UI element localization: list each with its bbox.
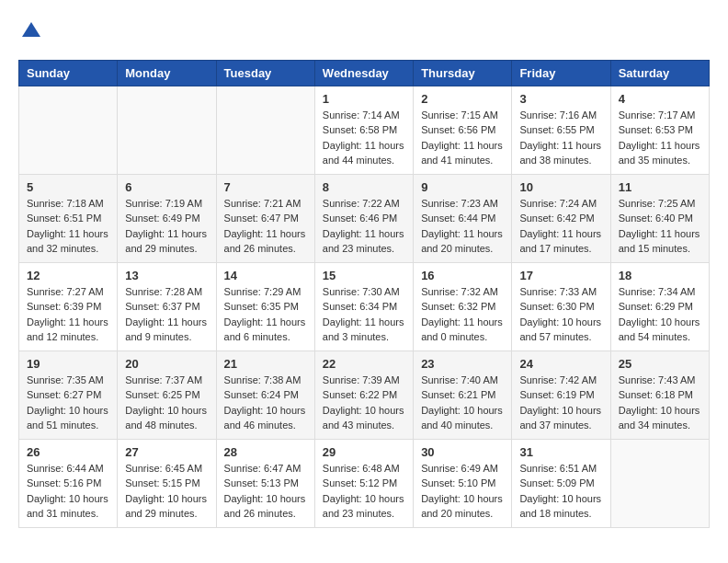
calendar-day-cell: 4Sunrise: 7:17 AMSunset: 6:53 PMDaylight…	[610, 86, 709, 174]
calendar-day-cell: 30Sunrise: 6:49 AMSunset: 5:10 PMDayligh…	[414, 439, 512, 527]
daylight-text: Daylight: 10 hours and 43 minutes.	[323, 405, 404, 431]
calendar-day-cell: 13Sunrise: 7:28 AMSunset: 6:37 PMDayligh…	[118, 262, 216, 350]
day-number: 18	[619, 269, 701, 282]
page-header	[18, 18, 710, 45]
day-number: 12	[27, 269, 109, 282]
calendar-day-cell: 1Sunrise: 7:14 AMSunset: 6:58 PMDaylight…	[314, 86, 413, 174]
daylight-text: Daylight: 10 hours and 31 minutes.	[27, 493, 108, 520]
day-info: Sunrise: 7:33 AMSunset: 6:30 PMDaylight:…	[519, 284, 602, 345]
sunset-text: Sunset: 6:39 PM	[27, 301, 101, 312]
calendar-day-cell: 28Sunrise: 6:47 AMSunset: 5:13 PMDayligh…	[216, 439, 314, 527]
sunrise-text: Sunrise: 7:39 AM	[323, 374, 400, 385]
sunrise-text: Sunrise: 6:45 AM	[125, 463, 202, 474]
daylight-text: Daylight: 10 hours and 29 minutes.	[125, 493, 207, 520]
day-number: 10	[519, 180, 602, 194]
day-info: Sunrise: 7:27 AMSunset: 6:39 PMDaylight:…	[27, 284, 109, 345]
calendar-day-cell: 3Sunrise: 7:16 AMSunset: 6:55 PMDaylight…	[512, 86, 610, 174]
calendar-day-cell: 6Sunrise: 7:19 AMSunset: 6:49 PMDaylight…	[118, 174, 216, 262]
sunrise-text: Sunrise: 7:14 AM	[323, 109, 400, 121]
daylight-text: Daylight: 11 hours and 20 minutes.	[421, 228, 503, 255]
day-number: 24	[519, 357, 602, 371]
sunset-text: Sunset: 6:42 PM	[519, 213, 594, 224]
day-number: 20	[125, 357, 208, 371]
sunrise-text: Sunrise: 7:42 AM	[519, 374, 597, 385]
day-info: Sunrise: 7:19 AMSunset: 6:49 PMDaylight:…	[125, 196, 208, 257]
calendar-week-row: 19Sunrise: 7:35 AMSunset: 6:27 PMDayligh…	[19, 350, 710, 439]
daylight-text: Daylight: 10 hours and 37 minutes.	[519, 405, 601, 431]
day-info: Sunrise: 7:28 AMSunset: 6:37 PMDaylight:…	[125, 284, 208, 345]
sunrise-text: Sunrise: 7:32 AM	[421, 286, 498, 297]
day-info: Sunrise: 7:23 AMSunset: 6:44 PMDaylight:…	[421, 196, 504, 257]
sunrise-text: Sunrise: 6:51 AM	[519, 463, 597, 474]
sunset-text: Sunset: 5:12 PM	[323, 477, 397, 488]
sunrise-text: Sunrise: 7:25 AM	[619, 198, 696, 209]
sunset-text: Sunset: 6:32 PM	[421, 301, 495, 312]
calendar-day-cell: 29Sunrise: 6:48 AMSunset: 5:12 PMDayligh…	[314, 439, 413, 527]
sunset-text: Sunset: 6:24 PM	[224, 389, 299, 400]
sunset-text: Sunset: 5:13 PM	[224, 477, 299, 488]
day-info: Sunrise: 7:18 AMSunset: 6:51 PMDaylight:…	[27, 196, 109, 257]
day-info: Sunrise: 7:34 AMSunset: 6:29 PMDaylight:…	[619, 284, 701, 345]
day-info: Sunrise: 7:14 AMSunset: 6:58 PMDaylight:…	[323, 108, 405, 168]
daylight-text: Daylight: 11 hours and 41 minutes.	[421, 140, 503, 167]
calendar-day-cell: 31Sunrise: 6:51 AMSunset: 5:09 PMDayligh…	[512, 439, 610, 527]
day-number: 1	[323, 92, 405, 106]
sunset-text: Sunset: 6:27 PM	[27, 389, 101, 400]
calendar-header-row: SundayMondayTuesdayWednesdayThursdayFrid…	[19, 60, 710, 86]
sunset-text: Sunset: 6:44 PM	[421, 213, 495, 224]
daylight-text: Daylight: 10 hours and 57 minutes.	[519, 316, 601, 343]
calendar-day-cell: 22Sunrise: 7:39 AMSunset: 6:22 PMDayligh…	[314, 350, 413, 439]
day-info: Sunrise: 7:24 AMSunset: 6:42 PMDaylight:…	[519, 196, 602, 257]
day-of-week-header: Saturday	[610, 60, 709, 86]
day-info: Sunrise: 6:51 AMSunset: 5:09 PMDaylight:…	[519, 461, 602, 522]
daylight-text: Daylight: 10 hours and 23 minutes.	[323, 493, 404, 520]
daylight-text: Daylight: 11 hours and 23 minutes.	[323, 228, 404, 255]
daylight-text: Daylight: 11 hours and 17 minutes.	[519, 228, 601, 255]
sunrise-text: Sunrise: 6:48 AM	[323, 463, 400, 474]
sunrise-text: Sunrise: 7:16 AM	[519, 109, 597, 121]
sunrise-text: Sunrise: 7:22 AM	[323, 198, 400, 209]
daylight-text: Daylight: 11 hours and 32 minutes.	[27, 228, 108, 255]
calendar-day-cell: 18Sunrise: 7:34 AMSunset: 6:29 PMDayligh…	[610, 262, 709, 350]
sunrise-text: Sunrise: 7:21 AM	[224, 198, 301, 209]
calendar-week-row: 5Sunrise: 7:18 AMSunset: 6:51 PMDaylight…	[19, 174, 710, 262]
sunrise-text: Sunrise: 7:15 AM	[421, 109, 498, 121]
sunset-text: Sunset: 6:35 PM	[224, 301, 299, 312]
day-number: 26	[27, 445, 109, 459]
calendar-day-cell: 27Sunrise: 6:45 AMSunset: 5:15 PMDayligh…	[118, 439, 216, 527]
day-of-week-header: Thursday	[414, 60, 512, 86]
sunset-text: Sunset: 6:25 PM	[125, 389, 199, 400]
calendar-day-cell: 10Sunrise: 7:24 AMSunset: 6:42 PMDayligh…	[512, 174, 610, 262]
day-info: Sunrise: 7:21 AMSunset: 6:47 PMDaylight:…	[224, 196, 307, 257]
calendar-day-cell: 8Sunrise: 7:22 AMSunset: 6:46 PMDaylight…	[314, 174, 413, 262]
day-info: Sunrise: 6:45 AMSunset: 5:15 PMDaylight:…	[125, 461, 208, 522]
sunrise-text: Sunrise: 7:24 AM	[519, 198, 597, 209]
day-number: 11	[619, 180, 701, 194]
sunset-text: Sunset: 6:19 PM	[519, 389, 594, 400]
day-number: 25	[619, 357, 701, 371]
day-info: Sunrise: 7:43 AMSunset: 6:18 PMDaylight:…	[619, 373, 701, 433]
daylight-text: Daylight: 10 hours and 26 minutes.	[224, 493, 306, 520]
daylight-text: Daylight: 10 hours and 48 minutes.	[125, 405, 207, 431]
daylight-text: Daylight: 10 hours and 40 minutes.	[421, 405, 503, 431]
day-of-week-header: Tuesday	[216, 60, 314, 86]
day-of-week-header: Wednesday	[314, 60, 413, 86]
day-info: Sunrise: 7:25 AMSunset: 6:40 PMDaylight:…	[619, 196, 701, 257]
day-info: Sunrise: 6:49 AMSunset: 5:10 PMDaylight:…	[421, 461, 504, 522]
day-info: Sunrise: 7:17 AMSunset: 6:53 PMDaylight:…	[619, 108, 701, 168]
sunrise-text: Sunrise: 7:38 AM	[224, 374, 301, 385]
daylight-text: Daylight: 10 hours and 51 minutes.	[27, 405, 108, 431]
calendar-day-cell: 26Sunrise: 6:44 AMSunset: 5:16 PMDayligh…	[19, 439, 118, 527]
sunset-text: Sunset: 6:22 PM	[323, 389, 397, 400]
sunrise-text: Sunrise: 7:34 AM	[619, 286, 696, 297]
calendar-week-row: 1Sunrise: 7:14 AMSunset: 6:58 PMDaylight…	[19, 86, 710, 174]
sunset-text: Sunset: 6:29 PM	[619, 301, 693, 312]
day-of-week-header: Monday	[118, 60, 216, 86]
day-number: 22	[323, 357, 405, 371]
calendar-day-cell: 20Sunrise: 7:37 AMSunset: 6:25 PMDayligh…	[118, 350, 216, 439]
sunset-text: Sunset: 6:37 PM	[125, 301, 199, 312]
logo	[18, 18, 42, 45]
day-number: 14	[224, 269, 307, 282]
sunrise-text: Sunrise: 7:40 AM	[421, 374, 498, 385]
calendar-day-cell: 16Sunrise: 7:32 AMSunset: 6:32 PMDayligh…	[414, 262, 512, 350]
